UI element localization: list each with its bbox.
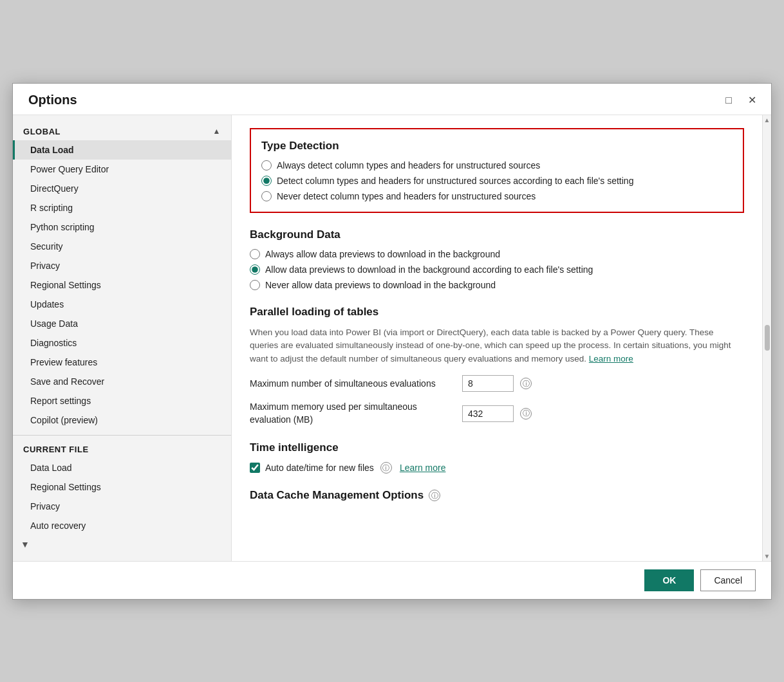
background-data-title: Background Data <box>250 228 744 241</box>
sidebar-item-usage-data[interactable]: Usage Data <box>13 314 231 333</box>
max-memory-row: Maximum memory used per simultaneous eva… <box>250 401 744 426</box>
data-cache-title: Data Cache Management Options <box>250 489 424 502</box>
data-cache-info-icon[interactable]: ⓘ <box>429 490 440 501</box>
max-memory-info-icon[interactable]: ⓘ <box>520 408 532 419</box>
sidebar-item-report-settings[interactable]: Report settings <box>13 391 231 410</box>
sidebar-item-data-load-global[interactable]: Data Load <box>13 140 231 160</box>
dialog-footer: OK Cancel <box>13 561 771 599</box>
max-evaluations-info-icon[interactable]: ⓘ <box>520 378 532 389</box>
background-data-option-3[interactable]: Never allow data previews to download in… <box>250 280 744 290</box>
background-data-section: Background Data Always allow data previe… <box>250 228 744 290</box>
type-detection-options: Always detect column types and headers f… <box>261 160 733 201</box>
sidebar-current-file-label: CURRENT FILE <box>23 445 89 454</box>
parallel-loading-description: When you load data into Power BI (via im… <box>250 326 744 367</box>
sidebar-item-privacy[interactable]: Privacy <box>13 256 231 275</box>
chevron-up-icon: ▲ <box>213 127 221 136</box>
chevron-down-icon: ▼ <box>21 539 30 549</box>
sidebar-item-security[interactable]: Security <box>13 237 231 256</box>
sidebar-item-directquery[interactable]: DirectQuery <box>13 179 231 198</box>
sidebar-item-updates[interactable]: Updates <box>13 295 231 314</box>
sidebar-item-copilot[interactable]: Copilot (preview) <box>13 410 231 430</box>
type-detection-radio-2[interactable] <box>261 176 272 186</box>
max-memory-input[interactable] <box>462 405 514 422</box>
sidebar-current-file-header: CURRENT FILE <box>13 441 231 458</box>
type-detection-section: Type Detection Always detect column type… <box>250 128 744 213</box>
max-evaluations-row: Maximum number of simultaneous evaluatio… <box>250 375 744 392</box>
time-intelligence-title: Time intelligence <box>250 441 744 454</box>
sidebar-item-regional-settings-global[interactable]: Regional Settings <box>13 275 231 295</box>
time-intelligence-learn-more[interactable]: Learn more <box>400 463 446 473</box>
background-data-radio-2[interactable] <box>250 264 260 275</box>
parallel-loading-learn-more[interactable]: Learn more <box>589 354 633 364</box>
sidebar-item-regional-settings-current[interactable]: Regional Settings <box>13 477 231 497</box>
sidebar-item-preview-features[interactable]: Preview features <box>13 353 231 372</box>
cancel-button[interactable]: Cancel <box>700 569 756 591</box>
background-data-option-2[interactable]: Allow data previews to download in the b… <box>250 264 744 275</box>
sidebar-item-r-scripting[interactable]: R scripting <box>13 198 231 217</box>
type-detection-radio-3[interactable] <box>261 191 272 201</box>
maximize-button[interactable]: □ <box>720 91 738 109</box>
time-intelligence-section: Time intelligence Auto date/time for new… <box>250 441 744 474</box>
type-detection-option-3[interactable]: Never detect column types and headers fo… <box>261 191 733 201</box>
scroll-down-icon[interactable]: ▼ <box>764 553 770 560</box>
scroll-thumb[interactable] <box>765 325 770 351</box>
dialog-body: GLOBAL ▲ Data Load Power Query Editor Di… <box>13 115 771 561</box>
options-dialog: Options □ ✕ GLOBAL ▲ Data Load Power Que… <box>12 83 772 600</box>
max-evaluations-label: Maximum number of simultaneous evaluatio… <box>250 378 456 389</box>
ok-button[interactable]: OK <box>644 569 694 591</box>
type-detection-radio-1[interactable] <box>261 160 272 170</box>
background-data-options: Always allow data previews to download i… <box>250 249 744 290</box>
background-data-option-1[interactable]: Always allow data previews to download i… <box>250 249 744 259</box>
data-cache-section: Data Cache Management Options ⓘ <box>250 489 744 502</box>
background-data-radio-1[interactable] <box>250 249 260 259</box>
auto-datetime-checkbox[interactable] <box>250 463 260 473</box>
sidebar-global-label: GLOBAL <box>23 127 61 136</box>
type-detection-option-2[interactable]: Detect column types and headers for unst… <box>261 176 733 186</box>
sidebar-divider <box>13 435 231 436</box>
sidebar: GLOBAL ▲ Data Load Power Query Editor Di… <box>13 115 232 561</box>
parallel-loading-title: Parallel loading of tables <box>250 306 744 318</box>
dialog-title: Options <box>28 93 77 107</box>
max-evaluations-input[interactable] <box>462 375 514 392</box>
auto-datetime-info-icon[interactable]: ⓘ <box>380 462 392 474</box>
main-content: Type Detection Always detect column type… <box>232 115 762 561</box>
max-memory-label: Maximum memory used per simultaneous eva… <box>250 401 456 426</box>
sidebar-global-header: GLOBAL ▲ <box>13 123 231 140</box>
title-bar-controls: □ ✕ <box>720 91 761 109</box>
sidebar-item-diagnostics[interactable]: Diagnostics <box>13 333 231 353</box>
type-detection-option-1[interactable]: Always detect column types and headers f… <box>261 160 733 170</box>
sidebar-item-privacy-current[interactable]: Privacy <box>13 497 231 516</box>
sidebar-item-auto-recovery[interactable]: Auto recovery <box>13 516 231 535</box>
sidebar-item-data-load-current[interactable]: Data Load <box>13 458 231 477</box>
sidebar-item-power-query-editor[interactable]: Power Query Editor <box>13 160 231 179</box>
scroll-up-icon[interactable]: ▲ <box>764 116 770 124</box>
sidebar-item-save-recover[interactable]: Save and Recover <box>13 372 231 391</box>
close-button[interactable]: ✕ <box>743 91 761 109</box>
type-detection-title: Type Detection <box>261 140 733 152</box>
sidebar-item-python-scripting[interactable]: Python scripting <box>13 217 231 237</box>
auto-datetime-item[interactable]: Auto date/time for new files <box>250 463 374 473</box>
parallel-loading-section: Parallel loading of tables When you load… <box>250 306 744 427</box>
background-data-radio-3[interactable] <box>250 280 260 290</box>
title-bar: Options □ ✕ <box>13 84 771 115</box>
main-scrollbar: ▲ ▼ <box>762 115 771 561</box>
